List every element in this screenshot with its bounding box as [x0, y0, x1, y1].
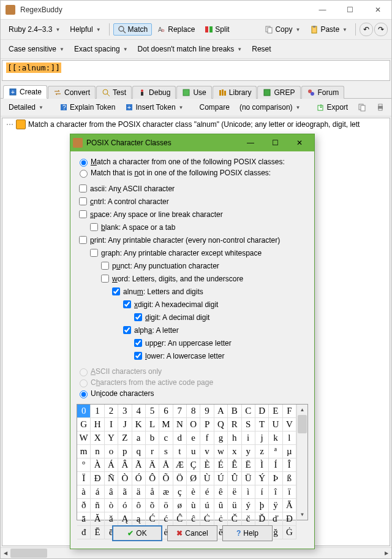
char-cell[interactable]: p — [118, 445, 132, 458]
char-cell[interactable]: 5 — [146, 405, 159, 418]
char-cell[interactable]: ú — [200, 499, 214, 512]
char-cell[interactable]: Ï — [77, 472, 91, 485]
char-cell[interactable]: ÿ — [269, 499, 282, 512]
scroll-left[interactable]: ◀ — [1, 548, 10, 558]
char-cell[interactable]: o — [105, 445, 118, 458]
char-cell[interactable]: u — [187, 445, 200, 458]
check-digit[interactable]: digit: A decimal digit — [77, 311, 308, 324]
char-cell[interactable]: Ì — [255, 458, 269, 472]
compare-dropdown[interactable]: Compare — [195, 101, 234, 113]
maximize-button[interactable]: ☐ — [336, 1, 364, 19]
char-cell[interactable]: Ü — [242, 472, 255, 485]
insert-token-button[interactable]: +Insert Token▼ — [121, 101, 187, 113]
radio-match[interactable]: Match a character from one of the follow… — [77, 156, 308, 167]
char-cell[interactable]: Y — [105, 432, 118, 445]
char-cell[interactable]: Ĉ — [173, 512, 187, 526]
char-cell[interactable]: ì — [242, 485, 255, 499]
tab-forum[interactable]: Forum — [301, 86, 345, 99]
copy-detail-button[interactable] — [353, 101, 371, 113]
char-cell[interactable]: e — [187, 432, 200, 445]
char-cell[interactable]: v — [200, 445, 214, 458]
char-cell[interactable]: Î — [283, 458, 296, 472]
char-cell[interactable]: a — [132, 432, 146, 445]
export-button[interactable]: Export — [312, 101, 353, 113]
char-cell[interactable]: Ô — [146, 472, 159, 485]
char-cell[interactable]: V — [283, 418, 296, 432]
char-cell[interactable]: ý — [242, 499, 255, 512]
char-cell[interactable]: ù — [187, 499, 200, 512]
tab-grep[interactable]: GREP — [257, 86, 300, 99]
char-cell[interactable]: ö — [159, 499, 173, 512]
char-cell[interactable]: Û — [228, 472, 241, 485]
tab-use[interactable]: Use — [176, 86, 211, 99]
check-upper[interactable]: upper: An uppercase letter — [77, 337, 308, 349]
detail-row[interactable]: ⋯ Match a character from the POSIX chara… — [2, 118, 390, 131]
char-cell[interactable]: x — [228, 445, 241, 458]
char-cell[interactable]: É — [214, 458, 228, 472]
char-cell[interactable]: Ê — [228, 458, 241, 472]
helpful-dropdown[interactable]: Helpful▼ — [66, 23, 105, 36]
check-punct[interactable]: punct: Any punctuation character — [77, 259, 308, 272]
char-cell[interactable]: Ó — [132, 472, 146, 485]
tab-test[interactable]: Test — [96, 86, 132, 99]
char-cell[interactable]: Ñ — [105, 472, 118, 485]
char-cell[interactable]: ă — [105, 512, 118, 526]
char-cell[interactable]: ą — [132, 512, 146, 526]
print-button[interactable] — [372, 101, 389, 113]
char-cell[interactable]: č — [242, 512, 255, 526]
char-cell[interactable]: Ë — [242, 458, 255, 472]
char-cell[interactable]: 3 — [118, 405, 132, 418]
char-cell[interactable]: º — [77, 458, 91, 472]
char-cell[interactable]: 0 — [77, 405, 91, 418]
case-dropdown[interactable]: Case sensitive▼ — [4, 43, 69, 55]
char-cell[interactable]: ô — [132, 499, 146, 512]
char-cell[interactable]: b — [146, 432, 159, 445]
char-cell[interactable]: J — [118, 418, 132, 432]
history-fwd-button[interactable]: ↷ — [374, 23, 388, 36]
scroll-up[interactable]: ▲ — [297, 405, 307, 415]
char-cell[interactable]: 1 — [91, 405, 104, 418]
char-cell[interactable]: S — [242, 418, 255, 432]
scroll-thumb[interactable] — [298, 415, 307, 433]
help-button[interactable]: ?Help — [222, 525, 273, 541]
char-cell[interactable]: Â — [118, 458, 132, 472]
tab-debug[interactable]: Debug — [132, 86, 176, 99]
char-cell[interactable]: l — [283, 432, 296, 445]
minimize-button[interactable]: — — [309, 1, 336, 19]
char-cell[interactable]: đ — [77, 526, 91, 539]
char-cell[interactable]: è — [187, 485, 200, 499]
char-cell[interactable]: G — [77, 418, 91, 432]
char-cell[interactable]: µ — [283, 445, 296, 458]
char-cell[interactable]: õ — [146, 499, 159, 512]
char-cell[interactable]: B — [228, 405, 241, 418]
char-cell[interactable]: X — [91, 432, 104, 445]
char-cell[interactable]: Í — [269, 458, 282, 472]
char-cell[interactable]: N — [173, 418, 187, 432]
char-cell[interactable]: 8 — [187, 405, 200, 418]
char-cell[interactable]: û — [214, 499, 228, 512]
char-cell[interactable]: Z — [118, 432, 132, 445]
char-cell[interactable]: Ý — [255, 472, 269, 485]
char-cell[interactable]: Ã — [132, 458, 146, 472]
char-cell[interactable]: ď — [269, 512, 282, 526]
char-cell[interactable]: 4 — [132, 405, 146, 418]
check-blank[interactable]: blank: A space or a tab — [77, 221, 308, 234]
char-cell[interactable]: ò — [105, 499, 118, 512]
char-cell[interactable]: Æ — [173, 458, 187, 472]
char-cell[interactable]: ë — [228, 485, 241, 499]
char-cell[interactable]: ê — [214, 485, 228, 499]
scroll-right[interactable]: ▶ — [382, 548, 391, 558]
dialog-minimize[interactable]: — — [238, 134, 263, 151]
char-cell[interactable]: L — [146, 418, 159, 432]
char-cell[interactable]: f — [200, 432, 214, 445]
char-cell[interactable]: d — [173, 432, 187, 445]
char-cell[interactable]: æ — [159, 485, 173, 499]
char-cell[interactable]: Ù — [200, 472, 214, 485]
char-cell[interactable]: m — [77, 445, 91, 458]
char-cell[interactable]: ª — [269, 445, 282, 458]
char-cell[interactable]: s — [159, 445, 173, 458]
replace-button[interactable]: AbReplace — [153, 23, 199, 36]
char-cell[interactable]: k — [269, 432, 282, 445]
char-cell[interactable]: ß — [283, 472, 296, 485]
char-cell[interactable]: P — [200, 418, 214, 432]
